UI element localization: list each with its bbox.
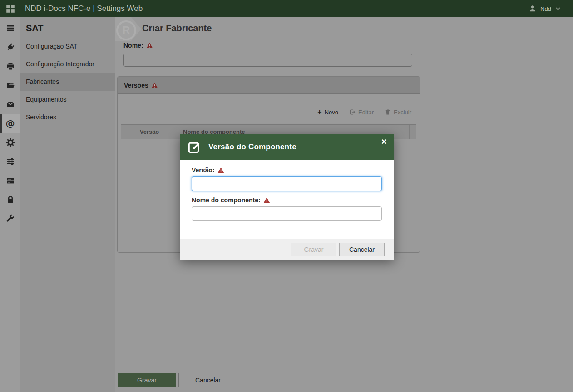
dialog-gravar-button[interactable]: Gravar <box>291 243 336 256</box>
menu-icon[interactable] <box>0 19 20 38</box>
edit-arrow-icon <box>349 109 356 115</box>
dialog-footer: Gravar Cancelar <box>180 239 394 260</box>
warning-icon <box>151 82 158 88</box>
sidebar-item-configuracao-integrador[interactable]: Configuração Integrador <box>20 55 115 73</box>
gear-icon[interactable] <box>0 133 20 152</box>
registered-mark-icon: R <box>116 20 136 40</box>
server-icon[interactable] <box>0 171 20 190</box>
sidebar-item-fabricantes[interactable]: Fabricantes <box>20 73 115 91</box>
sidebar-item-equipamentos[interactable]: Equipamentos <box>20 91 115 108</box>
sidebar: SAT Configuração SAT Configuração Integr… <box>20 17 115 392</box>
versao-input[interactable] <box>192 176 382 191</box>
user-menu[interactable]: Ndd <box>529 0 561 17</box>
sidebar-item-servidores[interactable]: Servidores <box>20 108 115 126</box>
novo-button[interactable]: + Novo <box>317 109 338 116</box>
versao-label: Versão: <box>192 167 382 174</box>
dialog-body: Versão: Nome do componente: <box>180 160 394 221</box>
plug-icon[interactable] <box>0 38 20 57</box>
icon-rail: @ <box>0 17 20 392</box>
trash-icon <box>385 109 391 115</box>
nome-componente-label: Nome do componente: <box>192 196 382 204</box>
nome-label: Nome: <box>123 42 153 49</box>
versoes-section-header: Versões <box>118 77 420 94</box>
editar-button[interactable]: Editar <box>349 109 374 116</box>
chevron-down-icon <box>555 5 561 12</box>
warning-icon <box>217 167 224 173</box>
plus-icon: + <box>317 109 321 115</box>
page-header: R Criar Fabricante <box>115 17 573 41</box>
column-header-versao[interactable]: Versão <box>121 125 178 139</box>
gravar-button[interactable]: Gravar <box>118 373 176 387</box>
excluir-button[interactable]: Excluir <box>385 109 411 116</box>
app-grip-icon[interactable] <box>5 4 15 14</box>
warning-icon <box>263 197 270 203</box>
sidebar-item-configuracao-sat[interactable]: Configuração SAT <box>20 38 115 55</box>
user-name: Ndd <box>540 5 551 12</box>
sidebar-list: Configuração SAT Configuração Integrador… <box>20 38 115 126</box>
folder-open-icon[interactable] <box>0 76 20 95</box>
lock-icon[interactable] <box>0 190 20 209</box>
user-icon <box>529 5 537 13</box>
sidebar-title: SAT <box>20 17 115 34</box>
close-icon[interactable]: × <box>381 137 387 146</box>
envelope-icon[interactable] <box>0 95 20 114</box>
dialog-title: Versão do Componente <box>208 142 296 152</box>
page-title: Criar Fabricante <box>142 23 212 34</box>
grid-toolbar: + Novo Editar Excluir <box>118 103 420 121</box>
cancelar-button[interactable]: Cancelar <box>178 373 237 387</box>
printer-icon[interactable] <box>0 57 20 76</box>
page-actions: Gravar Cancelar <box>118 373 237 387</box>
at-icon[interactable]: @ <box>0 114 20 133</box>
column-header-extra <box>410 125 416 139</box>
dialog-header: Versão do Componente × <box>180 134 394 160</box>
versao-componente-dialog: Versão do Componente × Versão: Nome do c… <box>180 134 394 260</box>
app-title: NDD i-Docs NFC-e | Settings Web <box>25 4 143 13</box>
nome-input[interactable] <box>123 54 412 67</box>
nome-componente-input[interactable] <box>192 206 382 221</box>
top-bar: NDD i-Docs NFC-e | Settings Web Ndd <box>0 0 573 17</box>
dialog-cancelar-button[interactable]: Cancelar <box>339 243 385 256</box>
sliders-icon[interactable] <box>0 152 20 171</box>
warning-icon <box>146 42 153 49</box>
wrench-icon[interactable] <box>0 209 20 228</box>
edit-square-icon <box>188 140 202 154</box>
